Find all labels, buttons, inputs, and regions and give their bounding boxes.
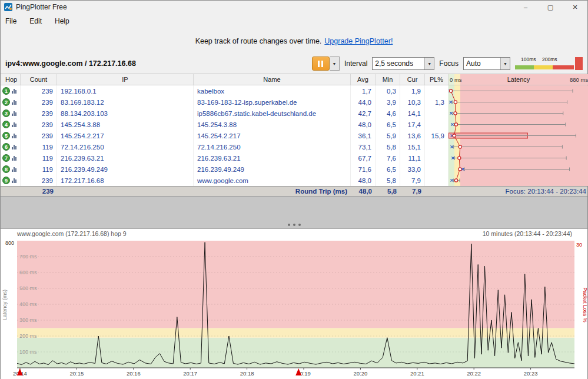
- col-header-avg[interactable]: Avg: [351, 74, 376, 85]
- cell-cur: 10,3: [400, 97, 425, 108]
- table-row[interactable]: 2 239 83.169.183.12 83-169-183-12-isp.su…: [1, 97, 587, 108]
- cell-name: 216.239.63.21: [194, 152, 351, 164]
- hop-badge: 8: [2, 165, 10, 173]
- col-header-min[interactable]: Min: [376, 74, 400, 85]
- cell-ip: 172.217.16.68: [57, 175, 194, 186]
- pause-button[interactable]: [312, 56, 330, 71]
- col-header-count[interactable]: Count: [21, 74, 57, 85]
- col-header-name[interactable]: Name: [194, 74, 351, 85]
- cell-count: 119: [21, 164, 57, 175]
- cell-name: 145.254.2.217: [194, 130, 351, 141]
- y-tick-label: 600 ms: [19, 270, 37, 275]
- focus-select[interactable]: Auto ▼: [463, 57, 510, 70]
- legend-gradient-bar: [515, 65, 574, 69]
- interval-select[interactable]: 2,5 seconds ▼: [372, 57, 434, 70]
- latency-scale-min: 0 ms: [450, 77, 462, 83]
- cell-count: 239: [21, 175, 57, 186]
- table-row[interactable]: 5 239 145.254.2.217 145.254.2.217 36,1 5…: [1, 130, 587, 141]
- cell-pl: [425, 119, 449, 130]
- timeline-chart[interactable]: 700 ms600 ms500 ms400 ms300 ms200 ms100 …: [1, 237, 588, 379]
- title-bar[interactable]: PingPlotter Free – ▢ ✕: [1, 1, 587, 14]
- x-tick-label: 20:17: [183, 370, 197, 377]
- table-row[interactable]: 1 239 192.168.0.1 kabelbox 1,7 0,3 1,9: [1, 85, 587, 97]
- cell-avg: 48,0: [351, 119, 376, 130]
- cell-latency: [449, 119, 588, 130]
- cell-latency: [449, 108, 588, 119]
- table-row[interactable]: 9 239 172.217.16.68 www.google.com 48,0 …: [1, 175, 587, 186]
- maximize-icon[interactable]: ▢: [538, 1, 563, 14]
- col-header-pl[interactable]: PL%: [425, 74, 449, 85]
- cell-min: 5,8: [376, 141, 400, 152]
- table-row[interactable]: 6 119 72.14.216.250 72.14.216.250 73,1 5…: [1, 141, 587, 152]
- y-max-label: 800: [5, 240, 14, 246]
- cell-latency: [449, 152, 588, 164]
- hop-badge: 2: [2, 98, 10, 106]
- cell-hop: 2: [1, 97, 21, 108]
- upgrade-banner: Keep track of route changes over time. U…: [1, 29, 587, 54]
- cell-ip: 145.254.2.217: [57, 130, 194, 141]
- cell-avg: 67,7: [351, 152, 376, 164]
- cell-ip: 72.14.216.250: [57, 141, 194, 152]
- latency-legend: 100ms 200ms: [515, 56, 574, 71]
- x-tick-label: 20:22: [467, 370, 481, 377]
- roundtrip-label: Round Trip (ms): [194, 188, 351, 195]
- row-graph-icon: [12, 122, 16, 127]
- table-row[interactable]: 8 119 216.239.49.249 216.239.49.249 71,6…: [1, 164, 587, 175]
- table-row[interactable]: 7 119 216.239.63.21 216.239.63.21 67,7 7…: [1, 152, 587, 164]
- cell-cur: 7,9: [400, 175, 425, 186]
- cell-name: 72.14.216.250: [194, 141, 351, 152]
- x-tick-label: 20:20: [354, 370, 368, 377]
- cell-count: 239: [21, 97, 57, 108]
- cell-count: 239: [21, 119, 57, 130]
- cell-name: 145.254.3.88: [194, 119, 351, 130]
- col-header-cur[interactable]: Cur: [400, 74, 425, 85]
- cell-min: 3,9: [376, 97, 400, 108]
- menu-help[interactable]: Help: [55, 17, 69, 25]
- cell-cur: 11,1: [400, 152, 425, 164]
- roundtrip-count: 239: [21, 188, 57, 195]
- col-header-latency[interactable]: 0 ms Latency 880 ms: [449, 74, 588, 85]
- chevron-down-icon: ▼: [500, 58, 510, 69]
- col-header-hop[interactable]: Hop: [1, 74, 21, 85]
- roundtrip-avg: 48,0: [351, 188, 376, 195]
- cell-ip: 88.134.203.103: [57, 108, 194, 119]
- hop-badge: 5: [2, 132, 10, 139]
- cell-hop: 6: [1, 141, 21, 152]
- pane-splitter[interactable]: [1, 197, 587, 229]
- row-graph-icon: [12, 111, 16, 116]
- cell-count: 239: [21, 85, 57, 97]
- legend-max-color-block: [575, 57, 583, 70]
- cell-latency: [449, 175, 588, 186]
- focus-label: Focus: [439, 59, 459, 68]
- y-tick-label: 500 ms: [19, 285, 37, 291]
- pause-dropdown-icon[interactable]: ▼: [330, 56, 340, 71]
- interval-label: Interval: [344, 59, 367, 68]
- cell-pl: [425, 85, 449, 97]
- table-row[interactable]: 3 239 88.134.203.103 ip5886cb67.static.k…: [1, 108, 587, 119]
- cell-cur: 33,0: [400, 164, 425, 175]
- interval-value: 2,5 seconds: [373, 59, 424, 68]
- minimize-icon[interactable]: –: [513, 1, 538, 14]
- y-tick-label: 100 ms: [19, 349, 37, 355]
- cell-pl: [425, 141, 449, 152]
- cell-avg: 71,6: [351, 164, 376, 175]
- cell-latency: [449, 164, 588, 175]
- menu-file[interactable]: File: [5, 17, 16, 25]
- timeline-title: www.google.com (172.217.16.68) hop 9: [17, 230, 127, 237]
- close-icon[interactable]: ✕: [563, 1, 587, 14]
- cell-hop: 4: [1, 119, 21, 130]
- row-graph-icon: [12, 144, 16, 149]
- round-trip-row: 239 Round Trip (ms) 48,0 5,8 7,9 Focus: …: [1, 186, 587, 197]
- cell-hop: 3: [1, 108, 21, 119]
- trace-table-body: 1 239 192.168.0.1 kabelbox 1,7 0,3 1,9 2…: [1, 85, 587, 186]
- table-row[interactable]: 4 239 145.254.3.88 145.254.3.88 48,0 6,5…: [1, 119, 587, 130]
- x-tick-label: 20:16: [127, 370, 141, 377]
- cell-pl: [425, 164, 449, 175]
- upgrade-link[interactable]: Upgrade PingPlotter!: [324, 37, 393, 45]
- menu-edit[interactable]: Edit: [29, 17, 42, 25]
- threshold-band: [17, 328, 574, 338]
- cell-avg: 1,7: [351, 85, 376, 97]
- y2-axis-title: Packet Loss %: [582, 287, 588, 323]
- timeline-pane: www.google.com (172.217.16.68) hop 9 10 …: [1, 229, 587, 379]
- col-header-ip[interactable]: IP: [57, 74, 194, 85]
